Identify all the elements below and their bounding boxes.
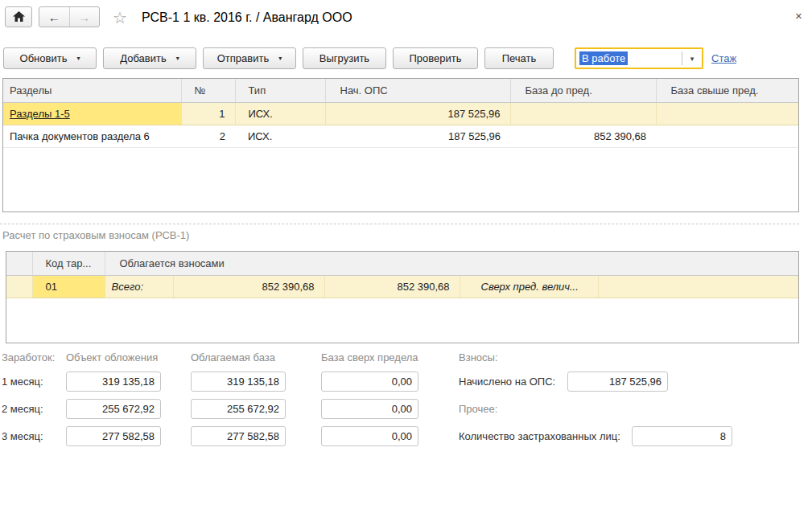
status-combobox-value: В работе: [579, 51, 628, 65]
insured-count-label: Количество застрахованных лиц:: [459, 430, 620, 442]
forward-button[interactable]: →: [69, 7, 100, 27]
refresh-button-label: Обновить: [20, 52, 68, 64]
month-2-over-limit-input[interactable]: [321, 399, 418, 419]
month-3-object-input[interactable]: [66, 426, 161, 446]
status-combobox[interactable]: В работе ▾: [575, 47, 703, 69]
back-button[interactable]: ←: [39, 7, 69, 27]
amount-cell[interactable]: 852 390,68: [173, 275, 324, 298]
table-row: 01 Всего: 852 390,68 852 390,68 Сверх пр…: [6, 275, 798, 298]
column-header-base-under: База до пред.: [510, 79, 656, 102]
add-button[interactable]: Добавить ▾: [103, 47, 196, 69]
page-title: РСВ-1 1 кв. 2016 г. / Авангард ООО: [142, 10, 352, 25]
refresh-button[interactable]: Обновить ▾: [3, 47, 97, 69]
month-1-over-limit-input[interactable]: [321, 372, 418, 392]
row-number-cell[interactable]: 1: [181, 102, 235, 125]
section-link[interactable]: Разделы 1-5: [3, 102, 181, 125]
table-row: Разделы 1-5 1 ИСХ. 187 525,96: [3, 102, 798, 125]
month-2-taxable-base-input[interactable]: [191, 399, 286, 419]
base-under-cell[interactable]: 852 390,68: [510, 125, 656, 147]
over-limit-note-cell[interactable]: Сверх пред. велич...: [460, 275, 598, 298]
column-header-base-over: База свыше пред.: [656, 79, 798, 102]
dashed-divider: [0, 224, 799, 224]
ops-cell[interactable]: 187 525,96: [325, 125, 510, 147]
base-over-limit-column-header: База сверх предела: [321, 351, 418, 363]
other-label: Прочее:: [459, 403, 497, 415]
chevron-down-icon: ▾: [76, 55, 80, 62]
tariff-code-cell[interactable]: 01: [32, 275, 105, 298]
column-header-sections: Разделы: [3, 79, 181, 102]
check-button-label: Проверить: [409, 52, 461, 64]
sections-table: Разделы № Тип Нач. ОПС База до пред. Баз…: [2, 78, 799, 212]
taxable-base-column-header: Облагаемая база: [191, 351, 275, 363]
tariff-table: Код тар... Облагается взносами 01 Всего:…: [6, 251, 799, 343]
base-over-cell[interactable]: [656, 102, 798, 125]
row-marker-cell[interactable]: [6, 275, 32, 298]
send-button[interactable]: Отправить ▾: [203, 47, 296, 69]
add-button-label: Добавить: [120, 52, 166, 64]
ops-accrued-input[interactable]: [567, 372, 668, 392]
row-marker-column-header: [6, 252, 32, 275]
export-button-label: Выгрузить: [319, 52, 369, 64]
object-column-header: Объект обложения: [66, 351, 158, 363]
chevron-down-icon: ▾: [278, 55, 282, 62]
type-cell[interactable]: ИСХ.: [235, 102, 325, 125]
print-button-label: Печать: [502, 52, 537, 64]
ops-cell[interactable]: 187 525,96: [325, 102, 510, 125]
column-header-taxed: Облагается взносами: [105, 252, 798, 275]
base-under-cell[interactable]: [510, 102, 656, 125]
insured-count-input[interactable]: [632, 426, 732, 446]
month-3-label: 3 месяц:: [2, 430, 43, 442]
month-1-label: 1 месяц:: [2, 376, 43, 388]
month-3-taxable-base-input[interactable]: [191, 426, 286, 446]
chevron-down-icon: ▾: [176, 55, 179, 62]
type-cell[interactable]: ИСХ.: [235, 125, 325, 147]
amount-cell[interactable]: 852 390,68: [324, 275, 460, 298]
column-header-tariff-code: Код тар...: [32, 252, 105, 275]
close-icon[interactable]: ×: [795, 10, 802, 22]
chevron-down-icon[interactable]: ▾: [682, 55, 702, 63]
section-title: Расчет по страховым взносам (РСВ-1): [2, 229, 189, 241]
tariff-table-header-row: Код тар... Облагается взносами: [6, 252, 798, 275]
export-button[interactable]: Выгрузить: [303, 47, 386, 69]
month-1-taxable-base-input[interactable]: [191, 372, 286, 392]
check-button[interactable]: Проверить: [393, 47, 478, 69]
send-button-label: Отправить: [217, 52, 269, 64]
home-icon: [13, 11, 25, 23]
ops-accrued-label: Начислено на ОПС:: [459, 376, 555, 388]
column-header-type: Тип: [235, 79, 325, 102]
row-number-cell[interactable]: 2: [181, 125, 235, 147]
earnings-label: Заработок:: [2, 351, 55, 363]
sections-table-header-row: Разделы № Тип Нач. ОПС База до пред. Баз…: [3, 79, 798, 102]
favorites-star-icon[interactable]: ☆: [113, 8, 127, 27]
toolbar: Обновить ▾ Добавить ▾ Отправить ▾ Выгруз…: [3, 47, 736, 69]
empty-cell[interactable]: [598, 275, 798, 298]
print-button[interactable]: Печать: [484, 47, 554, 69]
table-row: Пачка документов раздела 6 2 ИСХ. 187 52…: [3, 125, 798, 147]
contributions-label: Взносы:: [459, 351, 498, 363]
experience-link[interactable]: Стаж: [711, 52, 736, 64]
total-label-cell[interactable]: Всего:: [105, 275, 173, 298]
month-2-object-input[interactable]: [66, 399, 161, 419]
base-over-cell[interactable]: [656, 125, 798, 147]
home-button[interactable]: [5, 6, 32, 27]
column-header-ops: Нач. ОПС: [325, 79, 510, 102]
month-1-object-input[interactable]: [66, 372, 161, 392]
month-3-over-limit-input[interactable]: [321, 426, 418, 446]
section-name-cell[interactable]: Пачка документов раздела 6: [3, 125, 181, 147]
history-nav-group: ← →: [39, 6, 100, 27]
month-2-label: 2 месяц:: [2, 403, 43, 415]
column-header-number: №: [181, 79, 235, 102]
